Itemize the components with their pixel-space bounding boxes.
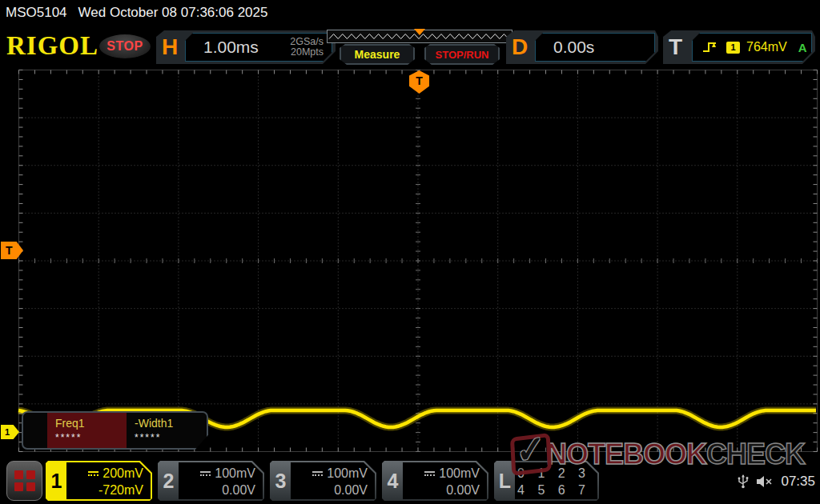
measurement-name: -Width1 [135,417,206,430]
measure-button[interactable]: Measure [340,44,415,65]
dc-coupling-icon [200,471,211,478]
measurement-nwidth1[interactable]: -Width1 ***** [127,413,206,448]
dc-coupling-icon [312,471,323,478]
stop-run-button[interactable]: STOP/RUN [424,44,500,65]
channel-number: 1 [46,461,67,501]
datetime: Wed October 08 07:36:06 2025 [78,5,268,21]
dc-coupling-icon [88,471,98,478]
delay-value: 0.00s [553,38,594,57]
menu-button[interactable] [6,461,42,501]
measurement-name: Freq1 [55,417,127,430]
memory-depth: 20Mpts [291,46,324,58]
channel-3-block[interactable]: 3 100mV 0.00V [270,461,376,501]
la-channels-0-7: 0 1 2 3 4 5 6 7 [515,465,590,498]
timebase-value: 1.00ms [203,38,290,57]
channel-scale: 100mV [439,466,480,480]
trigger-level-marker[interactable]: T [1,242,23,259]
grid-menu-icon [14,470,35,491]
delay-panel[interactable]: D 0.00s [506,30,658,64]
channel-1-block[interactable]: 1 200mV -720mV [46,461,152,501]
channel-number: 2 [158,461,179,501]
model-name: MSO5104 [6,5,67,21]
channel-scale: 200mV [102,466,143,480]
trigger-panel[interactable]: T 1 764mV A [663,30,815,64]
dc-coupling-icon [424,471,435,478]
la-label: L [494,461,516,501]
channel-number: 3 [270,461,291,501]
measurement-value: ***** [55,432,127,443]
measurement-value: ***** [135,432,206,443]
measurement-popup[interactable]: Freq1 ***** -Width1 ***** [22,411,208,450]
sample-rate: 2GSa/s [290,36,324,47]
channel-scale: 100mV [215,466,255,480]
status-bar: MSO5104 Wed October 08 07:36:06 2025 [0,0,820,26]
channel-offset: -720mV [66,482,143,498]
trigger-label: T [669,34,682,60]
clock: 07:35 [781,474,815,490]
preview-position-marker[interactable] [414,29,425,35]
delay-label: D [512,34,528,60]
horizontal-panel[interactable]: H 1.00ms 2GSa/s 20Mpts [156,30,336,64]
trigger-level-value: 764mV [746,40,787,54]
channel-number: 4 [382,461,404,501]
system-tray: 07:35 [738,474,815,490]
logic-analyzer-block[interactable]: L 0 1 2 3 4 5 6 7 8 9 10 11 12 13 14 15 [494,461,599,501]
channel-bar: 1 200mV -720mV 2 100mV 0.00V 3 100mV 0.0… [0,461,820,501]
usb-icon [738,474,749,489]
channel-offset: 0.00V [403,482,480,498]
sample-rate-memdepth: 2GSa/s 20Mpts [290,37,324,58]
speaker-muted-icon[interactable] [756,475,774,488]
rising-edge-trigger-icon [702,40,720,54]
measurement-freq1[interactable]: Freq1 ***** [47,413,127,448]
channel-scale: 100mV [327,466,368,480]
trigger-mode-auto: A [798,41,807,54]
ch1-ground-marker[interactable]: 1 [1,425,19,439]
rigol-logo: RIGOL [6,30,98,61]
channel-offset: 0.00V [291,482,368,498]
acquisition-state-badge: STOP [99,34,151,58]
channel-offset: 0.00V [179,482,255,498]
channel-4-block[interactable]: 4 100mV 0.00V [382,461,488,501]
oscilloscope-screen: MSO5104 Wed October 08 07:36:06 2025 RIG… [0,0,820,504]
waveform-preview-strip[interactable] [327,30,512,43]
la-channels-8-15: 8 9 10 11 12 13 14 15 [515,498,590,504]
trigger-position-marker[interactable]: T [409,70,429,94]
channel-2-block[interactable]: 2 100mV 0.00V [158,461,264,501]
trigger-source-badge: 1 [726,42,740,54]
toolbar: RIGOL STOP H 1.00ms 2GSa/s 20Mpts Measur… [0,26,820,67]
horizontal-label: H [162,34,178,60]
